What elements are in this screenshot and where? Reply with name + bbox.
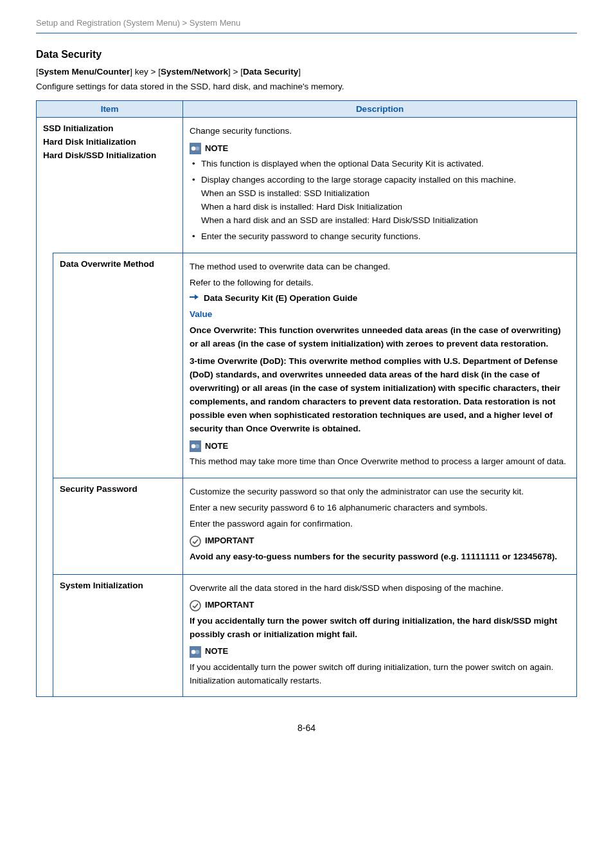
important-text: If you accidentally turn the power switc… [190, 615, 570, 642]
note-icon [190, 440, 201, 452]
arrow-icon [190, 292, 199, 305]
description-text: Refer to the following for details. [190, 276, 570, 290]
list-item: This function is displayed when the opti… [191, 158, 570, 171]
item-name: System Initialization [60, 579, 176, 593]
svg-point-7 [190, 601, 200, 611]
value-label: Value [190, 308, 570, 321]
section-title: Data Security [36, 49, 577, 60]
svg-point-1 [191, 147, 195, 150]
important-icon [190, 600, 201, 611]
list-item: Display changes according to the large s… [191, 174, 570, 228]
item-name: Hard Disk/SSD Initialization [43, 149, 176, 163]
item-name: Hard Disk Initialization [43, 136, 176, 149]
table-row: Security Password Customize the security… [37, 478, 577, 574]
value-text: Once Overwrite: This function overwrites… [190, 324, 570, 351]
divider [36, 33, 577, 33]
note-label: NOTE [205, 142, 228, 155]
table-row: System Initialization Overwrite all the … [37, 574, 577, 697]
intro-text: Configure settings for data stored in th… [36, 82, 577, 91]
svg-point-9 [191, 649, 195, 653]
note-icon [190, 143, 201, 154]
svg-point-10 [195, 649, 199, 653]
header-description: Description [183, 101, 577, 118]
svg-point-5 [195, 444, 199, 448]
description-text: Overwrite all the data stored in the har… [190, 582, 570, 595]
note-icon [190, 646, 201, 658]
table-row: SSD Initialization Hard Disk Initializat… [37, 118, 577, 253]
item-name: Security Password [60, 483, 176, 496]
description-text: Enter a new security password 6 to 16 al… [190, 502, 570, 515]
list-item: Enter the security password to change se… [191, 230, 570, 244]
important-label: IMPORTANT [205, 534, 254, 547]
note-text: This method may take more time than Once… [190, 455, 570, 469]
note-label: NOTE [205, 645, 228, 658]
svg-point-2 [195, 147, 199, 150]
svg-point-4 [191, 444, 195, 448]
breadcrumb: Setup and Registration (System Menu) > S… [36, 18, 577, 33]
note-text: If you accidentally turn the power switc… [190, 661, 570, 688]
value-text: 3-time Overwrite (DoD): This overwrite m… [190, 355, 570, 436]
important-label: IMPORTANT [205, 599, 254, 611]
description-text: Change security functions. [190, 125, 570, 138]
important-icon [190, 536, 201, 547]
item-name: SSD Initialization [43, 122, 176, 136]
page-number: 8-64 [36, 723, 577, 733]
note-label: NOTE [205, 440, 228, 453]
table-row: Data Overwrite Method The method used to… [37, 253, 577, 478]
description-text: Customize the security password so that … [190, 485, 570, 499]
description-text: The method used to overwrite data can be… [190, 260, 570, 274]
important-text: Avoid any easy-to-guess numbers for the … [190, 550, 570, 564]
settings-table: Item Description SSD Initialization Hard… [36, 100, 577, 697]
description-text: Enter the password again for confirmatio… [190, 518, 570, 531]
nav-path: [System Menu/Counter] key > [System/Netw… [36, 67, 577, 77]
header-item: Item [37, 101, 183, 118]
item-name: Data Overwrite Method [60, 258, 176, 271]
reference-link: Data Security Kit (E) Operation Guide [190, 292, 570, 305]
svg-point-6 [190, 536, 200, 547]
